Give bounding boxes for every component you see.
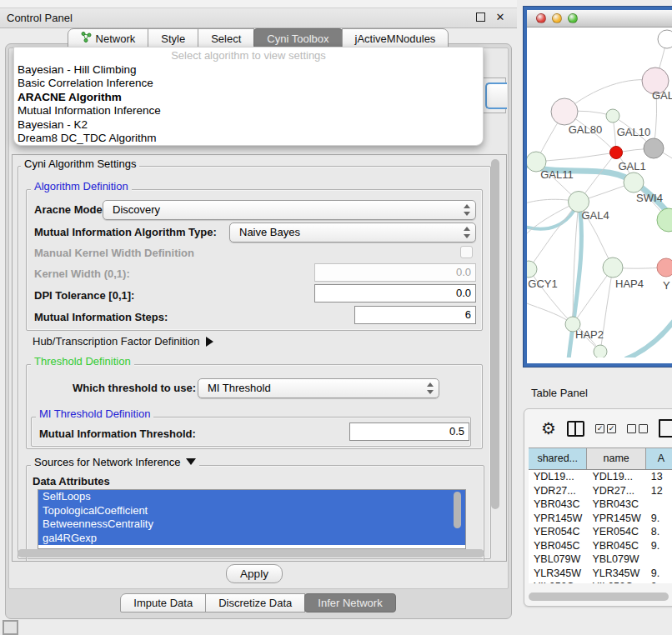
table-row[interactable]: YPR145WYPR145W9. <box>529 512 672 526</box>
highlighted-edge[interactable] <box>625 319 672 358</box>
which-threshold-label: Which threshold to use: <box>73 382 196 394</box>
attribute-item-selfloops[interactable]: SelfLoops <box>38 490 465 504</box>
node-hap2-label: HAP2 <box>575 328 604 341</box>
table-row[interactable]: YDR27...YDR27...12 <box>529 484 672 498</box>
gear-icon[interactable]: ⚙ <box>541 420 556 437</box>
node-top-partial[interactable] <box>658 30 672 48</box>
mi-threshold-field[interactable]: 0.5 <box>349 422 469 441</box>
table-row[interactable]: YBR043CYBR043C <box>529 498 672 512</box>
table-row[interactable]: YBL079WYBL079W <box>529 552 672 567</box>
aracne-mode-select[interactable]: Discovery <box>103 200 476 220</box>
data-attributes-label: Data Attributes <box>33 475 110 488</box>
expand-right-icon <box>206 337 213 347</box>
tab-cyni-toolbox[interactable]: Cyni Toolbox <box>253 28 342 48</box>
node-big-green[interactable] <box>657 208 672 232</box>
attribute-item-betweennesscentrality[interactable]: BetweennessCentrality <box>38 518 465 532</box>
table-cell: YLR345W <box>587 567 645 581</box>
page-icon[interactable] <box>659 419 672 438</box>
tab-style[interactable]: Style <box>148 28 198 48</box>
column-header-a[interactable]: A <box>646 448 672 469</box>
mi-type-select[interactable]: Naive Bayes <box>229 222 476 242</box>
mi-threshold-label: Mutual Information Threshold: <box>39 428 196 440</box>
node-swi4[interactable] <box>624 172 644 192</box>
algorithm-combo-arrow[interactable] <box>482 78 506 113</box>
algorithm-option-bayesian-k2[interactable]: Bayesian - K2 <box>18 118 476 132</box>
mi-type-label: Mutual Information Algorithm Type: <box>34 226 217 238</box>
apply-button[interactable]: Apply <box>226 564 283 583</box>
node-gray[interactable] <box>644 138 664 158</box>
close-traffic-light-icon[interactable] <box>536 13 546 23</box>
node-hap4[interactable] <box>603 258 623 278</box>
table-row[interactable]: YBR045CYBR045C9. <box>529 539 672 553</box>
tab-label: Impute Data <box>133 597 193 609</box>
window-grip-icon[interactable] <box>3 620 18 635</box>
tab-jactivemnodules[interactable]: jActiveMNodules <box>342 28 449 48</box>
table-row[interactable]: YER054CYER054C8. <box>529 525 672 539</box>
algorithm-option-dream8-dc-tdc-algorithm[interactable]: Dream8 DC_TDC Algorithm <box>18 132 476 145</box>
table-cell: YIL052C <box>529 580 587 583</box>
algorithm-definition-title: Algorithm Definition <box>31 180 132 192</box>
edge[interactable] <box>536 152 616 162</box>
table-row[interactable]: YIL052CYIL052C9 <box>529 580 672 583</box>
mi-steps-field[interactable]: 6 <box>354 306 476 324</box>
node-gcy1[interactable] <box>527 261 537 278</box>
tab-label: Network <box>96 32 136 45</box>
settings-horizontal-scrollbar[interactable] <box>18 549 484 558</box>
table-cell: 13 <box>646 470 672 484</box>
attributes-list-scrollbar[interactable] <box>454 492 461 528</box>
attribute-item-topologicalcoefficient[interactable]: TopologicalCoefficient <box>38 504 465 518</box>
tab-impute-data[interactable]: Impute Data <box>120 593 206 612</box>
which-threshold-select[interactable]: MI Threshold <box>198 378 439 398</box>
tab-network[interactable]: Network <box>68 28 149 48</box>
network-canvas[interactable]: GALGAL80GAL10GAL1GAL11SWI4GAL4GCY1HAP4YH… <box>527 28 672 358</box>
deselect-all-columns-icon[interactable] <box>627 424 648 433</box>
tab-discretize-data[interactable]: Discretize Data <box>205 593 305 612</box>
settings-group-title: Cyni Algorithm Settings <box>21 158 139 170</box>
edge[interactable] <box>529 202 579 269</box>
algorithm-option-mutual-information-inference[interactable]: Mutual Information Inference <box>18 104 476 118</box>
column-header-shared-[interactable]: shared... <box>529 448 587 469</box>
table-cell: YPR145W <box>587 512 645 526</box>
node-bottom[interactable] <box>594 345 607 358</box>
close-icon[interactable]: ✕ <box>494 11 507 24</box>
dpi-tolerance-field[interactable]: 0.0 <box>314 284 476 302</box>
column-header-name[interactable]: name <box>587 448 645 469</box>
table-row[interactable]: YLR345WYLR345W9. <box>529 567 672 581</box>
zoom-traffic-light-icon[interactable] <box>568 13 578 23</box>
network-view-window[interactable]: GALGAL80GAL10GAL1GAL11SWI4GAL4GCY1HAP4YH… <box>524 7 672 367</box>
minimize-traffic-light-icon[interactable] <box>552 13 562 23</box>
settings-vertical-scrollbar[interactable] <box>491 159 499 509</box>
node-gal10[interactable] <box>606 109 619 122</box>
algorithm-option-aracne-algorithm[interactable]: ARACNE Algorithm <box>18 91 476 104</box>
table-row[interactable]: YDL19...YDL19...13 <box>529 470 672 484</box>
node-gal80[interactable] <box>551 98 578 125</box>
window-top-strip <box>0 0 517 8</box>
algorithm-option-basic-correlation-inference[interactable]: Basic Correlation Inference <box>18 77 476 90</box>
stepper-arrows-icon <box>463 204 470 216</box>
table-cell: YIL052C <box>587 580 645 583</box>
kernel-width-field[interactable]: 0.0 <box>314 263 476 282</box>
table-panel-title: Table Panel <box>531 387 588 399</box>
float-window-icon[interactable] <box>474 11 487 24</box>
node-salmon-label: Y <box>663 279 670 292</box>
edge[interactable] <box>564 80 655 112</box>
network-window-titlebar[interactable] <box>527 10 672 28</box>
sources-toggle[interactable]: Sources for Network Inference <box>31 456 199 468</box>
algorithm-option-bayesian-hill-climbing[interactable]: Bayesian - Hill Climbing <box>18 63 476 77</box>
attribute-item-gal4rgexp[interactable]: gal4RGexp <box>38 532 465 546</box>
data-attributes-list[interactable]: SelfLoopsTopologicalCoefficientBetweenne… <box>38 489 466 549</box>
select-all-columns-icon[interactable]: ✓✓ <box>595 424 616 433</box>
tab-select[interactable]: Select <box>198 28 254 48</box>
node-salmon[interactable] <box>657 258 672 277</box>
split-columns-icon[interactable] <box>567 421 584 437</box>
hub-definition-toggle[interactable]: Hub/Transcription Factor Definition <box>33 335 213 348</box>
table-horizontal-scrollbar[interactable] <box>529 592 669 601</box>
edge[interactable] <box>527 301 600 352</box>
node-gal11-label: GAL11 <box>540 168 574 181</box>
node-gcy1-label: GCY1 <box>528 278 557 290</box>
node-gal1[interactable] <box>610 147 623 159</box>
table-cell: 12 <box>646 484 672 498</box>
manual-kernel-checkbox[interactable] <box>460 246 473 258</box>
tab-infer-network[interactable]: Infer Network <box>304 593 395 612</box>
manual-kernel-label: Manual Kernel Width Definition <box>34 247 194 259</box>
